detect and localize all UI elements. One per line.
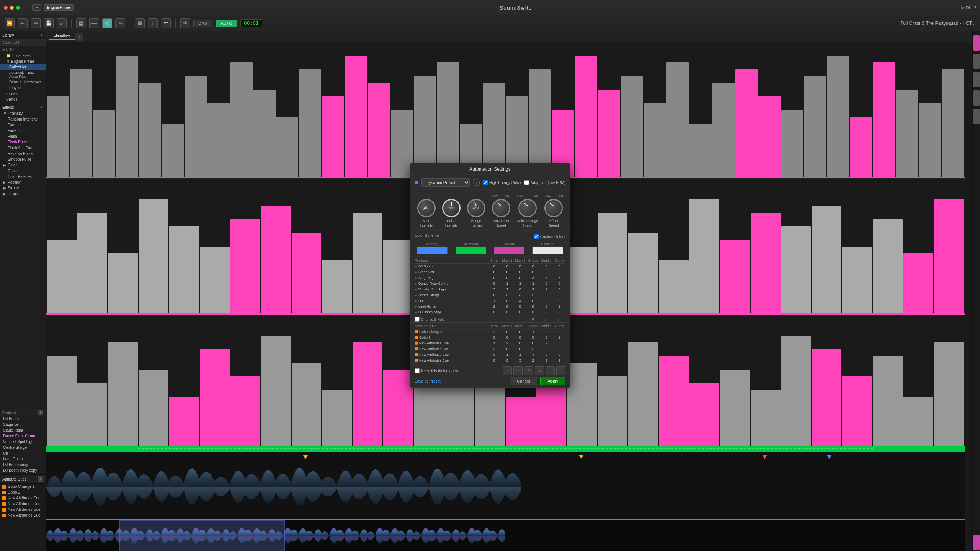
chain-btn[interactable]: ⛓ [135,18,145,28]
attr-row-1[interactable]: Gobo Change 1 200 100 [415,329,565,335]
right-panel-btn-4[interactable] [973,90,980,106]
back-btn[interactable]: ⏪ [5,18,15,28]
pos-row-lead-guitar[interactable]: ▶Lead Guitar 200 001 [415,304,565,310]
secondary-swatch[interactable] [456,247,486,254]
attr-cue-3[interactable]: New Attributes Cue [0,495,46,501]
fade-out-item[interactable]: Fade Out [0,128,46,134]
vocalist-pos[interactable]: Vocalist Spot Light [0,439,46,445]
right-panel-btn-6[interactable] [973,535,980,550]
footer-icon-1[interactable]: ↑↑ [503,366,512,375]
search-input[interactable] [0,39,46,46]
positions-header[interactable]: Positions + [0,409,46,416]
attr-row-2[interactable]: Gobo 2 000 001 [415,335,565,341]
itunes-item[interactable]: iTunes [0,91,46,96]
attr-cues-add-btn[interactable]: + [38,476,43,482]
dj-booth-copy2-pos[interactable]: DJ Booth copy copy [0,468,46,473]
footer-icon-r[interactable]: R [524,366,533,375]
dj-booth-pos[interactable]: DJ Booth [0,416,46,422]
automation-test-item[interactable]: Automation Test Audio Files [0,70,46,79]
flash-and-fade-item[interactable]: Flash And Fade [0,145,46,151]
midi-label[interactable]: MIDI [961,5,970,10]
primary-swatch[interactable] [417,247,448,254]
knob-effect-control[interactable] [544,199,563,217]
reverse-pulse-item[interactable]: Reverse Pulse [0,151,46,156]
highlight-swatch[interactable] [532,247,563,254]
centre-starge-pos[interactable]: Centre Starge [0,445,46,450]
knob-base-control[interactable]: 0% [417,199,436,217]
dance-floor-pos[interactable]: Dance Floor Centre [0,433,46,439]
link-btn[interactable]: ⇔ [115,18,125,28]
save-btn[interactable]: 💾 [44,18,54,28]
collection-item[interactable]: Collection [0,64,46,70]
knob-bridge-control[interactable]: 60% [467,199,485,217]
traffic-light-green[interactable] [16,6,20,10]
lead-guitar-pos[interactable]: Lead Guitar [0,456,46,462]
attr-cue-6[interactable]: New Attributes Cue [0,512,46,518]
apply-button[interactable]: Apply [540,377,565,385]
dmx-mode-btn[interactable]: DMX [193,20,212,27]
high-energy-checkbox[interactable] [483,180,488,185]
attr-row-4[interactable]: New Attributes Cue 300 300 [415,346,565,352]
pos-row-dj-booth-copy[interactable]: ▶DJ Booth copy 000 000 [415,310,565,315]
footer-icon-3[interactable]: ↓↓ [535,366,544,375]
adaptive-checkbox[interactable] [524,180,529,185]
random-intensity-item[interactable]: Random Intensity [0,116,46,122]
engine-prime-btn[interactable]: Engine Prime [44,4,74,11]
circle-btn[interactable]: ◎ [102,18,112,28]
playlist-item[interactable]: Playlist [0,85,46,91]
menu-btn-1[interactable]: ≡ [32,4,41,11]
fork-btn[interactable]: ⑂ [148,18,158,28]
library-header[interactable]: Library ▼ [0,32,46,39]
default-lightshows-item[interactable]: Default Lightshows [0,79,46,85]
pos-row-dj-booth[interactable]: ▶DJ Booth 000 000 [415,264,565,269]
pos-row-dance-floor[interactable]: ▶Dance Floor Centre 011 100 [415,281,565,287]
cancel-button[interactable]: Cancel [510,377,537,385]
undo-btn[interactable]: ↩ [18,18,28,28]
chase-item[interactable]: Chase [0,168,46,174]
knob-color-control[interactable] [518,199,537,217]
help-btn[interactable]: ? [974,5,976,10]
right-panel-btn-2[interactable] [973,54,980,69]
fade-in-item[interactable]: Fade In [0,122,46,128]
up-pos[interactable]: Up [0,450,46,456]
preset-select[interactable]: Dynamic Preset [421,178,470,187]
position-item[interactable]: ▶ Position [0,179,46,185]
preset-info-btn[interactable]: i [473,179,480,186]
adaptive-label[interactable]: Adaptive (Low BPM) [524,180,565,185]
pos-row-stage-left[interactable]: ▶Stage Left 000 000 [415,269,565,275]
right-panel-btn-3[interactable] [973,72,980,87]
change-hold-checkbox[interactable] [415,317,420,322]
visualiser-tab[interactable]: Visualiser [49,33,75,40]
right-panel-btn-5[interactable] [973,109,980,124]
high-energy-label[interactable]: High Energy Pulse [483,180,521,185]
attr-row-6[interactable]: New Attributes Cue 003 222 [415,358,565,364]
traffic-light-red[interactable] [4,6,8,10]
attr-row-5[interactable]: New Attributes Cue 031 400 [415,352,565,358]
stage-right-pos[interactable]: Stage Right [0,427,46,433]
strobe-item[interactable]: ▶ Strobe [0,185,46,191]
stage-left-pos[interactable]: Stage Left [0,422,46,427]
tertiary-swatch[interactable] [494,247,524,254]
intensity-item[interactable]: ▼ Intensity [0,111,46,116]
flash-item[interactable]: Flash [0,134,46,139]
knob-pulse-control[interactable]: 100% [442,199,461,217]
engine-prime-item[interactable]: ⚙ Engine Prime [0,59,46,64]
grid-view-btn[interactable]: ▦ [76,18,86,28]
effects-header[interactable]: Effects ▼ [0,104,46,111]
search-btn[interactable]: ⌕ [57,18,67,28]
pos-row-vocalist[interactable]: ▶Vocalist Spot Light 320 210 [415,287,565,292]
redo-btn[interactable]: ↪ [31,18,41,28]
auto-mode-btn[interactable]: AUTO [216,20,237,27]
footer-icon-4[interactable]: ↓↓ [546,366,555,375]
attr-cue-5[interactable]: New Attributes Cue [0,507,46,512]
pos-row-up[interactable]: ▶Up 104 002 [415,298,565,304]
smooth-pulse-item[interactable]: Smooth Pulse [0,156,46,162]
keep-open-checkbox[interactable] [415,368,420,373]
attr-cue-2[interactable]: Gobo 2 [0,489,46,495]
save-preset-link[interactable]: Save as Preset [415,379,441,383]
pos-row-stage-right[interactable]: ▶Stage Right 000 333 [415,275,565,281]
crates-item[interactable]: Crates [0,96,46,102]
custom-colors-checkbox[interactable] [534,234,539,239]
color-item[interactable]: ▶ Color [0,162,46,168]
merge-btn[interactable]: ⇄ [161,18,171,28]
